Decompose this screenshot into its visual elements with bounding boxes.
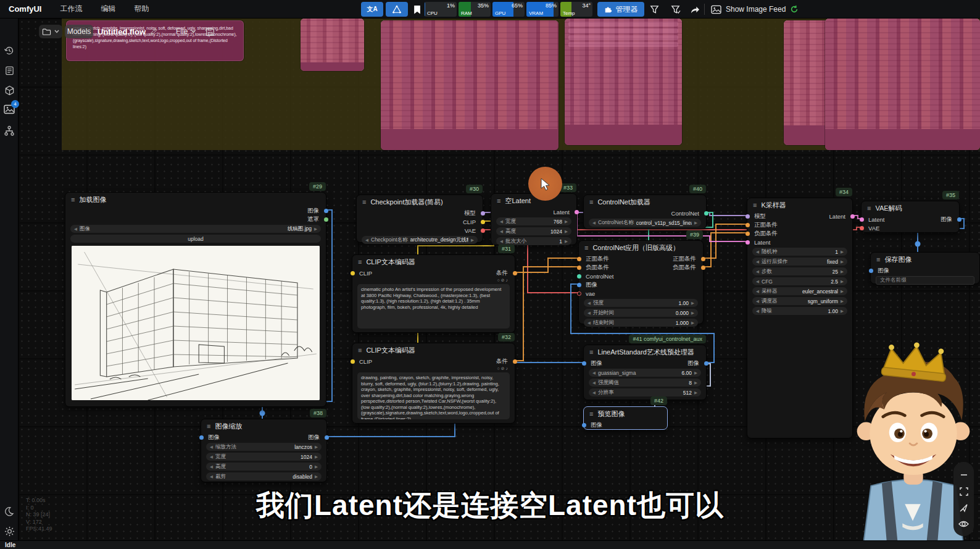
node-collapse-icon[interactable]: ≡	[876, 256, 880, 263]
filename-prefix-field[interactable]: 文件名前缀	[876, 276, 974, 285]
input-slot-model[interactable]	[745, 214, 750, 219]
widget-裁剪[interactable]: ◀裁剪disabled▶	[206, 472, 322, 480]
node-header[interactable]: ≡VAE解码	[862, 201, 959, 215]
fit-view-button[interactable]	[959, 487, 969, 497]
widget-采样器[interactable]: ◀采样器euler_ancestral▶	[752, 287, 847, 295]
node-collapse-icon[interactable]: ≡	[589, 348, 593, 356]
theme-toggle-button[interactable]	[3, 505, 15, 518]
increment-arrow-icon[interactable]: ▶	[841, 309, 844, 314]
decrement-arrow-icon[interactable]: ◀	[588, 321, 591, 325]
node-collapse-icon[interactable]: ≡	[867, 204, 871, 212]
decrement-arrow-icon[interactable]: ◀	[756, 299, 759, 304]
decrement-arrow-icon[interactable]: ◀	[756, 249, 759, 254]
workflow-folder-button[interactable]	[39, 25, 62, 38]
increment-arrow-icon[interactable]: ▶	[565, 239, 568, 244]
output-slot-vae[interactable]	[481, 228, 485, 233]
share-button[interactable]	[687, 2, 702, 17]
input-slot-image[interactable]	[199, 435, 204, 440]
edit-pencil-icon[interactable]	[150, 28, 157, 35]
node-collapse-icon[interactable]: ≡	[71, 196, 75, 203]
node-clip_pos[interactable]: #31≡CLIP文本编码器CLIP条件○ ⊘ ♪cinematic photo …	[352, 254, 515, 333]
decrement-arrow-icon[interactable]: ◀	[500, 229, 503, 234]
file-menu-button[interactable]: File	[176, 25, 198, 38]
increment-arrow-icon[interactable]: ▶	[841, 299, 844, 304]
increment-arrow-icon[interactable]: ▶	[691, 301, 694, 306]
decrement-arrow-icon[interactable]: ◀	[592, 380, 596, 385]
input-slot-vae[interactable]	[860, 226, 864, 230]
output-slot-latent[interactable]	[850, 214, 855, 219]
increment-arrow-icon[interactable]: ▶	[315, 464, 318, 469]
feed-image-5[interactable]	[825, 19, 980, 150]
node-image_scale[interactable]: #38≡图像缩放图像图像◀缩放方法lanczos▶◀宽度1024▶◀高度0▶◀裁…	[201, 419, 327, 482]
output-slot-latent[interactable]	[575, 210, 579, 214]
node-header[interactable]: ≡K采样器	[747, 198, 852, 212]
input-slot-latent[interactable]	[860, 217, 864, 222]
node-collapse-icon[interactable]: ≡	[362, 198, 366, 206]
widget-ControlNet名称[interactable]: ◀ControlNet名称control_v11p_sd15_lineart.p…	[589, 219, 701, 227]
settings-button[interactable]	[3, 525, 15, 537]
node-empty_latent[interactable]: #33≡空LatentLatent◀宽度768▶◀高度1024▶◀批次大小1▶	[491, 193, 577, 245]
output-slot-image[interactable]	[325, 435, 329, 440]
decrement-arrow-icon[interactable]: ◀	[756, 259, 759, 264]
output-slot-cond[interactable]	[513, 359, 517, 364]
widget-guassian_sigma[interactable]: ◀guassian_sigma6.00▶	[589, 369, 701, 377]
models-button[interactable]: Models	[65, 25, 93, 38]
decrement-arrow-icon[interactable]: ◀	[588, 301, 591, 306]
clean-filter-button-1[interactable]	[647, 2, 662, 17]
feed-image-3[interactable]	[565, 19, 682, 145]
sidebar-model-library-button[interactable]	[3, 85, 15, 97]
output-slot-cond[interactable]	[701, 266, 705, 270]
node-header[interactable]: ≡加载图像	[65, 193, 326, 206]
input-slot-image[interactable]	[869, 269, 873, 273]
node-ksampler[interactable]: #34≡K采样器模型Latent正面条件负面条件Latent◀随机种1▶◀运行后…	[747, 198, 853, 438]
increment-arrow-icon[interactable]: ▶	[694, 371, 697, 375]
widget-降噪[interactable]: ◀降噪1.00▶	[752, 307, 847, 315]
node-header[interactable]: ≡CLIP文本编码器	[352, 255, 515, 269]
decrement-arrow-icon[interactable]: ◀	[210, 445, 213, 450]
node-vae_decode[interactable]: #35≡VAE解码Latent图像VAE	[861, 201, 960, 233]
node-controlnet_apply[interactable]: #39≡ControlNet应用（旧版高级）正面条件正面条件负面条件负面条件Co…	[578, 240, 704, 324]
templates-button[interactable]	[386, 2, 408, 17]
output-slot-cond[interactable]	[701, 257, 705, 261]
input-slot-cond[interactable]	[745, 223, 750, 227]
increment-arrow-icon[interactable]: ▶	[694, 220, 697, 225]
output-slot-image[interactable]	[957, 217, 961, 222]
widget-Checkpoint名称[interactable]: ◀Checkpoint名称architecutre_design元线稿-Yuan…	[362, 236, 478, 244]
node-collapse-icon[interactable]: ≡	[358, 258, 362, 266]
widget-开始时间[interactable]: ◀开始时间0.000▶	[584, 309, 698, 317]
node-collapse-icon[interactable]: ≡	[584, 244, 588, 251]
input-slot-controlnet[interactable]	[577, 274, 581, 279]
increment-arrow-icon[interactable]: ▶	[841, 289, 844, 294]
show-image-feed-toggle[interactable]: Show Image Feed	[711, 2, 799, 17]
select-cursor-button[interactable]	[959, 503, 969, 513]
decrement-arrow-icon[interactable]: ◀	[588, 311, 591, 316]
widget-图像[interactable]: ◀图像线稿图.jpg▶	[70, 225, 321, 233]
widget-缩放方法[interactable]: ◀缩放方法lanczos▶	[206, 443, 322, 451]
feed-image-1[interactable]	[301, 19, 364, 71]
sidebar-queue-history-button[interactable]	[3, 44, 15, 57]
decrement-arrow-icon[interactable]: ◀	[365, 238, 368, 243]
menu-help[interactable]: 帮助	[134, 4, 149, 14]
output-slot-image[interactable]	[704, 361, 708, 366]
output-slot-model[interactable]	[481, 211, 485, 216]
output-slot-controlnet[interactable]	[704, 211, 708, 216]
increment-arrow-icon[interactable]: ▶	[841, 279, 844, 284]
decrement-arrow-icon[interactable]: ◀	[756, 309, 759, 314]
input-slot-vae[interactable]	[577, 291, 581, 296]
decrement-arrow-icon[interactable]: ◀	[210, 474, 213, 479]
node-clip_neg[interactable]: #32≡CLIP文本编码器CLIP条件○ ⊘ ♪drawing, paintin…	[352, 343, 515, 424]
node-lineart[interactable]: #41 comfyui_controlnet_aux≡LineArtStanda…	[583, 345, 707, 400]
increment-arrow-icon[interactable]: ▶	[694, 390, 697, 395]
node-header[interactable]: ≡图像缩放	[201, 419, 326, 433]
increment-arrow-icon[interactable]: ▶	[841, 259, 844, 264]
widget-随机种[interactable]: ◀随机种1▶	[752, 248, 847, 256]
menu-edit[interactable]: 编辑	[101, 4, 115, 14]
increment-arrow-icon[interactable]: ▶	[565, 219, 568, 224]
sidebar-node-library-button[interactable]	[3, 64, 15, 77]
node-header[interactable]: ≡Checkpoint加载器(简易)	[357, 195, 483, 209]
decrement-arrow-icon[interactable]: ◀	[500, 239, 503, 244]
node-preview[interactable]: #42≡预览图像图像	[583, 406, 668, 430]
widget-分辨率[interactable]: ◀分辨率512▶	[589, 388, 701, 396]
decrement-arrow-icon[interactable]: ◀	[756, 279, 759, 284]
decrement-arrow-icon[interactable]: ◀	[210, 464, 213, 469]
